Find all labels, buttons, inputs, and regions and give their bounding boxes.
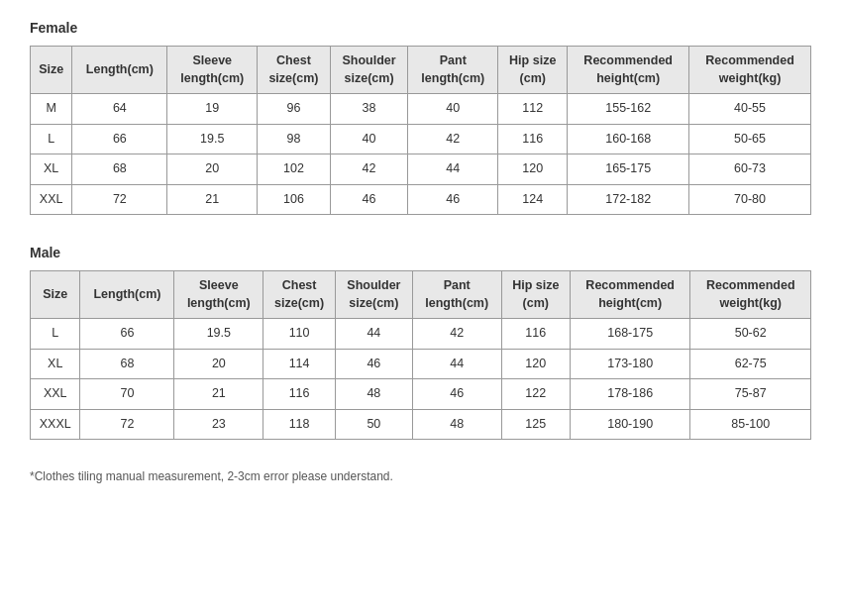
female-title: Female [30,20,811,36]
table-cell: 168-175 [570,319,690,350]
female-col-size: Size [31,47,72,94]
table-cell: 96 [258,94,331,125]
table-cell: 46 [335,349,412,379]
table-cell: M [31,94,72,125]
table-cell: 66 [80,319,174,350]
female-col-chest: Chestsize(cm) [258,47,331,94]
table-cell: 118 [263,409,336,440]
male-table: Size Length(cm) Sleevelength(cm) Chestsi… [30,270,811,440]
table-cell: 75-87 [690,379,811,410]
table-cell: 122 [501,379,570,410]
table-row: XL68201144644120173-18062-75 [31,349,811,379]
table-cell: 42 [330,154,408,185]
table-cell: 172-182 [568,184,689,215]
table-cell: 44 [335,319,412,350]
table-cell: 21 [167,184,258,215]
female-col-sleeve: Sleevelength(cm) [167,47,258,94]
female-col-length: Length(cm) [72,47,167,94]
table-cell: 173-180 [570,349,690,379]
table-cell: L [31,124,72,154]
table-cell: 102 [258,154,331,185]
table-cell: 19.5 [174,319,263,350]
table-cell: XXL [31,184,72,215]
table-cell: 72 [72,184,167,215]
table-cell: 125 [501,409,570,440]
female-section: Female Size Length(cm) Sleevelength(cm) … [30,20,811,215]
table-cell: 85-100 [690,409,811,440]
table-cell: 62-75 [690,349,811,379]
table-cell: 44 [408,154,498,185]
table-row: M6419963840112155-16240-55 [31,94,811,125]
table-cell: 20 [174,349,263,379]
table-cell: 40-55 [689,94,811,125]
table-cell: L [31,319,80,350]
table-cell: 64 [72,94,167,125]
table-row: XXL72211064646124172-18270-80 [31,184,811,215]
table-cell: 68 [80,349,174,379]
table-cell: 66 [72,124,167,154]
table-cell: 50-65 [689,124,811,154]
table-cell: 48 [335,379,412,410]
male-col-pant: Pantlength(cm) [412,271,501,319]
table-cell: 42 [412,319,501,350]
male-col-shoulder: Shouldersize(cm) [335,271,412,319]
table-cell: 21 [174,379,263,410]
female-col-weight: Recommendedweight(kg) [689,47,811,94]
male-col-hip: Hip size(cm) [501,271,570,319]
table-cell: XL [31,349,80,379]
table-row: XXXL72231185048125180-19085-100 [31,409,811,440]
table-cell: 46 [330,184,408,215]
male-col-sleeve: Sleevelength(cm) [174,271,263,319]
female-header-row: Size Length(cm) Sleevelength(cm) Chestsi… [31,47,811,94]
table-cell: 165-175 [568,154,689,185]
male-col-size: Size [31,271,80,319]
table-cell: 98 [258,124,331,154]
table-row: XXL70211164846122178-18675-87 [31,379,811,410]
table-cell: 116 [263,379,336,410]
table-cell: 19 [167,94,258,125]
table-cell: 70 [80,379,174,410]
table-cell: XXXL [31,409,80,440]
table-cell: 38 [330,94,408,125]
female-col-height: Recommendedheight(cm) [568,47,689,94]
table-row: XL68201024244120165-17560-73 [31,154,811,185]
table-cell: 112 [498,94,568,125]
table-cell: 42 [408,124,498,154]
table-cell: 116 [501,319,570,350]
table-cell: 110 [263,319,336,350]
measurement-note: *Clothes tiling manual measurement, 2-3c… [30,469,811,483]
table-cell: 23 [174,409,263,440]
table-cell: 155-162 [568,94,689,125]
male-section: Male Size Length(cm) Sleevelength(cm) Ch… [30,245,811,440]
table-cell: 46 [412,379,501,410]
table-cell: 124 [498,184,568,215]
table-cell: 60-73 [689,154,811,185]
table-cell: 120 [498,154,568,185]
male-col-weight: Recommendedweight(kg) [690,271,811,319]
male-header-row: Size Length(cm) Sleevelength(cm) Chestsi… [31,271,811,319]
male-col-length: Length(cm) [80,271,174,319]
table-cell: 48 [412,409,501,440]
table-cell: 120 [501,349,570,379]
table-cell: 72 [80,409,174,440]
table-cell: 44 [412,349,501,379]
male-col-height: Recommendedheight(cm) [570,271,690,319]
table-cell: 40 [330,124,408,154]
table-cell: 180-190 [570,409,690,440]
female-col-hip: Hip size(cm) [498,47,568,94]
table-cell: 160-168 [568,124,689,154]
table-row: L6619.5984042116160-16850-65 [31,124,811,154]
table-cell: 46 [408,184,498,215]
table-cell: XL [31,154,72,185]
male-title: Male [30,245,811,260]
table-cell: 68 [72,154,167,185]
table-cell: 19.5 [167,124,258,154]
table-cell: 40 [408,94,498,125]
table-cell: 70-80 [689,184,811,215]
female-col-shoulder: Shouldersize(cm) [330,47,408,94]
table-cell: 50 [335,409,412,440]
table-cell: 50-62 [690,319,811,350]
table-cell: 116 [498,124,568,154]
table-cell: 106 [258,184,331,215]
male-col-chest: Chestsize(cm) [263,271,336,319]
